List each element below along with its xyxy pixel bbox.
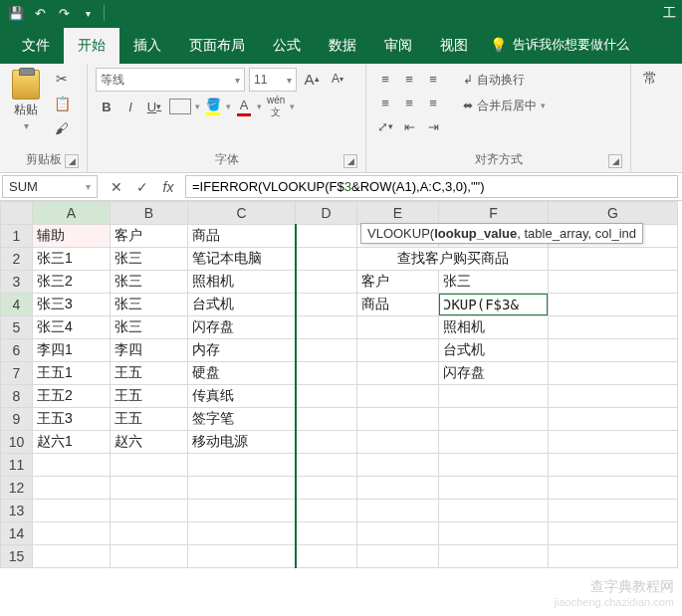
save-icon[interactable]: 💾 — [6, 3, 26, 23]
cell[interactable] — [296, 294, 357, 316]
col-header-g[interactable]: G — [549, 202, 678, 225]
cell[interactable]: 张三3 — [33, 294, 111, 316]
cell[interactable]: 照相机 — [188, 271, 296, 294]
cell[interactable] — [296, 454, 357, 477]
cell[interactable] — [296, 477, 357, 500]
cell[interactable]: 台式机 — [188, 294, 296, 316]
row-header-3[interactable]: 3 — [1, 271, 33, 294]
cell[interactable]: 张三 — [111, 271, 188, 294]
dialog-launcher-clipboard[interactable]: ◢ — [65, 154, 79, 168]
row-header-1[interactable]: 1 — [1, 225, 33, 248]
row-header-14[interactable]: 14 — [1, 522, 33, 545]
col-header-a[interactable]: A — [33, 202, 111, 225]
cell[interactable] — [549, 294, 678, 316]
cell[interactable]: 王五1 — [33, 362, 111, 385]
cell[interactable] — [549, 500, 678, 522]
cell[interactable] — [549, 431, 678, 454]
bold-button[interactable]: B — [96, 96, 117, 117]
tab-pagelayout[interactable]: 页面布局 — [175, 28, 259, 64]
wrap-text-button[interactable]: ↲ 自动换行 — [458, 68, 551, 92]
cancel-formula-button[interactable]: ✕ — [106, 176, 127, 198]
cell[interactable]: 辅助 — [33, 225, 111, 248]
row-header-11[interactable]: 11 — [1, 454, 33, 477]
cell[interactable] — [33, 500, 111, 522]
cell[interactable] — [296, 385, 357, 408]
cell[interactable]: 李四 — [111, 339, 188, 362]
tab-insert[interactable]: 插入 — [119, 28, 175, 64]
cell[interactable]: 张三 — [111, 294, 188, 316]
tab-review[interactable]: 审阅 — [370, 28, 426, 64]
cell[interactable] — [296, 431, 357, 454]
col-header-f[interactable]: F — [439, 202, 549, 225]
orientation-button[interactable]: ⤢▾ — [374, 115, 396, 137]
cell[interactable] — [549, 477, 678, 500]
cell[interactable] — [549, 362, 678, 385]
cell[interactable] — [188, 545, 296, 568]
cell[interactable] — [188, 477, 296, 500]
cell[interactable] — [296, 408, 357, 431]
cell[interactable] — [296, 271, 357, 294]
cell[interactable] — [357, 522, 439, 545]
cell[interactable] — [357, 408, 439, 431]
copy-button[interactable]: 📋 — [50, 93, 74, 114]
font-color-button[interactable]: A — [233, 96, 255, 117]
formula-input[interactable]: =IFERROR(VLOOKUP(F$3&ROW(A1),A:C,3,0),""… — [185, 175, 678, 198]
cell[interactable]: 硬盘 — [188, 362, 296, 385]
cell[interactable]: 查找客户购买商品 — [357, 248, 549, 271]
tab-view[interactable]: 视图 — [426, 28, 482, 64]
cell[interactable] — [357, 431, 439, 454]
cell[interactable] — [549, 248, 678, 271]
dialog-launcher-alignment[interactable]: ◢ — [608, 154, 622, 168]
tab-data[interactable]: 数据 — [315, 28, 370, 64]
cell[interactable]: 传真纸 — [188, 385, 296, 408]
cell[interactable] — [549, 408, 678, 431]
tell-me-search[interactable]: 💡 告诉我你想要做什么 — [482, 26, 637, 64]
cell[interactable] — [357, 477, 439, 500]
cell[interactable]: 商品 — [188, 225, 296, 248]
cell[interactable] — [296, 522, 357, 545]
row-header-7[interactable]: 7 — [1, 362, 33, 385]
row-header-4[interactable]: 4 — [1, 294, 33, 316]
cell[interactable] — [549, 271, 678, 294]
cell[interactable] — [111, 454, 188, 477]
grid[interactable]: A B C D E F G 1辅助客户商品2张三1张三笔记本电脑查找客户购买商品… — [0, 201, 678, 568]
align-middle-button[interactable]: ≡ — [398, 68, 420, 90]
cell[interactable] — [549, 545, 678, 568]
cell[interactable] — [296, 316, 357, 339]
font-name-combo[interactable]: 等线▾ — [96, 68, 245, 92]
tab-formulas[interactable]: 公式 — [259, 28, 315, 64]
font-size-combo[interactable]: 11▾ — [249, 68, 297, 92]
row-header-5[interactable]: 5 — [1, 316, 33, 339]
cell[interactable] — [357, 339, 439, 362]
cell[interactable] — [549, 339, 678, 362]
cell[interactable] — [357, 545, 439, 568]
phonetic-button[interactable]: wén文 — [264, 96, 288, 117]
align-bottom-button[interactable]: ≡ — [422, 68, 444, 90]
align-left-button[interactable]: ≡ — [374, 92, 396, 113]
align-top-button[interactable]: ≡ — [374, 68, 396, 90]
cell[interactable] — [188, 522, 296, 545]
cell[interactable]: 王五2 — [33, 385, 111, 408]
increase-indent-button[interactable]: ⇥ — [422, 115, 444, 137]
cell[interactable] — [188, 500, 296, 522]
cell[interactable] — [549, 316, 678, 339]
cell[interactable] — [439, 431, 549, 454]
cell[interactable]: 王五3 — [33, 408, 111, 431]
cell[interactable] — [33, 545, 111, 568]
cell[interactable]: 客户 — [111, 225, 188, 248]
cell[interactable]: 王五 — [111, 385, 188, 408]
row-header-10[interactable]: 10 — [1, 431, 33, 454]
cell[interactable] — [357, 316, 439, 339]
cell[interactable]: 签字笔 — [188, 408, 296, 431]
increase-font-button[interactable]: A▴ — [301, 68, 323, 90]
cell[interactable] — [439, 477, 549, 500]
cell[interactable] — [111, 545, 188, 568]
cell[interactable] — [549, 522, 678, 545]
cell[interactable]: ƆKUP(F$3& — [439, 294, 549, 316]
align-center-button[interactable]: ≡ — [398, 92, 420, 113]
row-header-8[interactable]: 8 — [1, 385, 33, 408]
cell[interactable]: 张三 — [439, 271, 549, 294]
cell[interactable] — [296, 248, 357, 271]
style-fragment[interactable]: 常 — [639, 68, 661, 90]
cell[interactable] — [111, 477, 188, 500]
